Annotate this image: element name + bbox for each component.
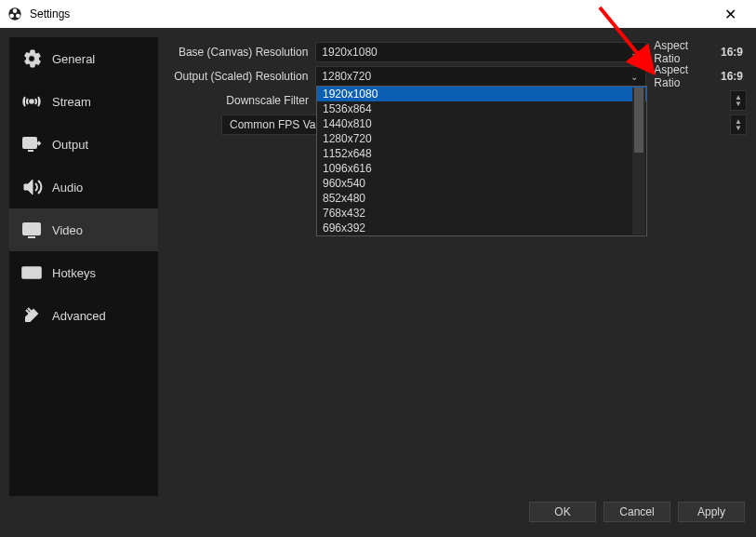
downscale-filter-label: Downscale Filter bbox=[167, 94, 316, 107]
window-title: Settings bbox=[30, 7, 711, 20]
output-resolution-dropdown[interactable]: 1920x1080 1536x864 1440x810 1280x720 115… bbox=[316, 86, 647, 236]
base-resolution-value: 1920x1080 bbox=[322, 46, 627, 59]
svg-point-1 bbox=[13, 8, 18, 13]
cancel-button[interactable]: Cancel bbox=[603, 502, 670, 522]
sidebar-item-label: General bbox=[52, 52, 95, 66]
app-icon bbox=[7, 7, 22, 21]
gear-icon bbox=[20, 47, 43, 70]
sidebar-item-audio[interactable]: Audio bbox=[9, 166, 158, 208]
dropdown-option[interactable]: 696x392 bbox=[317, 221, 646, 235]
base-aspect-ratio: Aspect Ratio 16:9 bbox=[646, 39, 747, 65]
dropdown-option[interactable]: 1536x864 bbox=[317, 101, 646, 116]
sidebar-item-advanced[interactable]: Advanced bbox=[9, 294, 158, 337]
audio-icon bbox=[20, 176, 43, 198]
output-resolution-label: Output (Scaled) Resolution bbox=[167, 70, 315, 83]
base-resolution-label: Base (Canvas) Resolution bbox=[167, 46, 315, 59]
dropdown-option[interactable]: 1280x720 bbox=[317, 131, 646, 146]
sidebar-item-video[interactable]: Video bbox=[9, 208, 158, 251]
output-resolution-value: 1280x720 bbox=[322, 70, 627, 83]
close-button[interactable]: ✕ bbox=[711, 6, 749, 23]
ok-button[interactable]: OK bbox=[529, 502, 596, 522]
dropdown-option[interactable]: 1152x648 bbox=[317, 146, 646, 161]
aspect-ratio-value: 16:9 bbox=[721, 46, 743, 59]
svg-point-2 bbox=[9, 14, 14, 19]
window-body: General Stream Output Audio bbox=[0, 28, 756, 537]
dropdown-option[interactable]: 768x432 bbox=[317, 206, 646, 221]
svg-point-4 bbox=[30, 100, 33, 103]
chevron-down-icon[interactable]: ⌄ bbox=[627, 72, 642, 82]
svg-point-3 bbox=[16, 14, 20, 19]
sidebar-item-label: Hotkeys bbox=[52, 266, 96, 280]
sidebar-item-label: Advanced bbox=[52, 309, 106, 323]
apply-button[interactable]: Apply bbox=[678, 502, 745, 522]
dropdown-option[interactable]: 1096x616 bbox=[317, 161, 646, 176]
video-icon bbox=[20, 219, 43, 241]
dialog-buttons: OK Cancel Apply bbox=[9, 496, 747, 528]
dropdown-option[interactable]: 1920x1080 bbox=[317, 87, 646, 101]
sidebar-item-general[interactable]: General bbox=[9, 37, 158, 80]
output-icon bbox=[20, 133, 43, 155]
dropdown-option[interactable]: 1440x810 bbox=[317, 116, 646, 131]
sidebar-item-stream[interactable]: Stream bbox=[9, 80, 158, 123]
dropdown-option[interactable]: 960x540 bbox=[317, 176, 646, 191]
aspect-ratio-label: Aspect Ratio bbox=[654, 63, 717, 89]
fps-value-spinner[interactable]: ▲▼ bbox=[730, 114, 747, 135]
chevron-down-icon[interactable]: ⌄ bbox=[627, 47, 642, 58]
scrollbar-thumb[interactable] bbox=[634, 87, 643, 153]
tools-icon bbox=[20, 304, 43, 327]
titlebar: Settings ✕ bbox=[0, 0, 756, 28]
svg-rect-6 bbox=[23, 223, 40, 235]
output-resolution-combo[interactable]: 1280x720 ⌄ bbox=[315, 66, 646, 87]
svg-rect-5 bbox=[23, 138, 36, 148]
content-row: General Stream Output Audio bbox=[9, 37, 747, 496]
dropdown-scrollbar[interactable] bbox=[632, 87, 645, 235]
stream-icon bbox=[20, 90, 43, 113]
dropdown-option[interactable]: 852x480 bbox=[317, 191, 646, 206]
sidebar-item-label: Video bbox=[52, 223, 83, 237]
aspect-ratio-value: 16:9 bbox=[721, 70, 743, 83]
sidebar-item-label: Stream bbox=[52, 95, 91, 109]
sidebar-item-label: Output bbox=[52, 138, 88, 152]
sidebar: General Stream Output Audio bbox=[9, 37, 158, 496]
sidebar-item-label: Audio bbox=[52, 181, 83, 195]
sidebar-item-hotkeys[interactable]: Hotkeys bbox=[9, 251, 158, 294]
output-resolution-row: Output (Scaled) Resolution 1280x720 ⌄ As… bbox=[167, 65, 747, 87]
aspect-ratio-label: Aspect Ratio bbox=[654, 39, 717, 65]
downscale-filter-spinner[interactable]: ▲▼ bbox=[730, 90, 747, 111]
output-aspect-ratio: Aspect Ratio 16:9 bbox=[646, 63, 747, 89]
base-resolution-row: Base (Canvas) Resolution 1920x1080 ⌄ Asp… bbox=[167, 41, 747, 63]
keyboard-icon bbox=[20, 262, 43, 284]
sidebar-item-output[interactable]: Output bbox=[9, 123, 158, 166]
video-settings-panel: Base (Canvas) Resolution 1920x1080 ⌄ Asp… bbox=[167, 37, 747, 496]
base-resolution-combo[interactable]: 1920x1080 ⌄ bbox=[315, 42, 646, 62]
